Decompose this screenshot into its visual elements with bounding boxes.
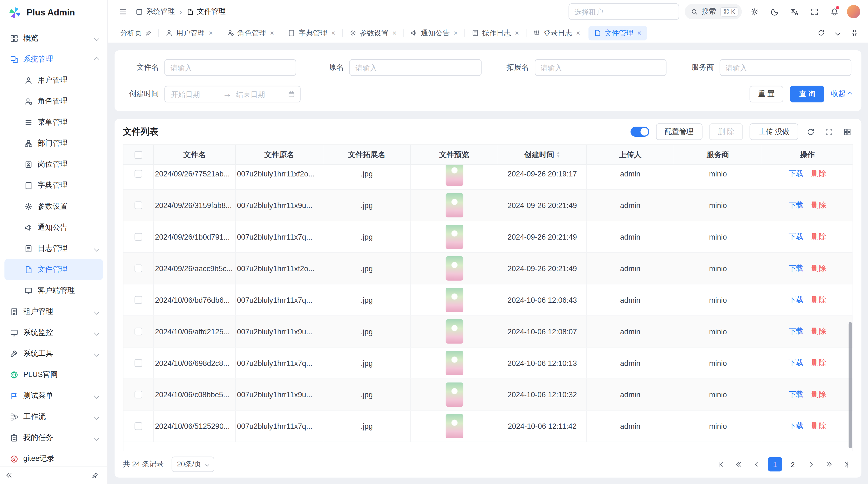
global-search-button[interactable]: 搜索 ⌘ K — [684, 4, 742, 19]
close-icon[interactable] — [637, 29, 641, 37]
sidebar-item-clients[interactable]: 客户端管理 — [0, 280, 107, 301]
sidebar-item-notices[interactable]: 通知公告 — [0, 217, 107, 238]
sidebar-item-gitee[interactable]: gitee记录 — [0, 448, 107, 466]
file-preview-thumbnail[interactable] — [445, 414, 463, 438]
sidebar-item-menus[interactable]: 菜单管理 — [0, 112, 107, 133]
table-scrollbar-thumb[interactable] — [849, 322, 852, 448]
sidebar-item-roles[interactable]: 角色管理 — [0, 91, 107, 112]
refresh-icon[interactable] — [814, 26, 828, 40]
sidebar-item-tenants[interactable]: 租户管理 — [0, 301, 107, 322]
sidebar-item-logs[interactable]: 日志管理 — [0, 238, 107, 259]
next-page-button[interactable] — [803, 457, 817, 472]
delete-link[interactable]: 删除 — [811, 358, 826, 368]
file-preview-thumbnail[interactable] — [445, 351, 463, 375]
settings-gear-icon[interactable] — [747, 4, 762, 19]
sort-icon[interactable] — [556, 151, 560, 158]
download-link[interactable]: 下载 — [789, 200, 804, 210]
close-icon[interactable] — [515, 29, 519, 37]
fullscreen-icon[interactable] — [823, 126, 835, 137]
close-icon[interactable] — [331, 29, 335, 37]
chevron-down-icon[interactable] — [830, 26, 845, 40]
row-checkbox[interactable] — [134, 233, 142, 241]
download-link[interactable]: 下载 — [789, 389, 804, 399]
pin-icon[interactable] — [145, 30, 152, 36]
breadcrumb-system-mgmt[interactable]: 系统管理 — [135, 7, 175, 17]
hamburger-menu-icon[interactable] — [116, 4, 130, 19]
delete-link[interactable]: 删除 — [811, 389, 826, 399]
delete-link[interactable]: 删除 — [811, 232, 826, 242]
delete-link[interactable]: 删除 — [811, 327, 826, 336]
tab-parameters[interactable]: 参数设置 — [344, 26, 402, 40]
sidebar-item-test-menu[interactable]: 测试菜单 — [0, 385, 107, 406]
file-preview-thumbnail[interactable] — [445, 288, 463, 312]
delete-link[interactable]: 删除 — [811, 295, 826, 305]
download-link[interactable]: 下载 — [789, 263, 804, 273]
col-create-time[interactable]: 创建时间 — [498, 145, 587, 164]
pin-icon[interactable] — [90, 470, 100, 481]
row-checkbox[interactable] — [134, 296, 142, 304]
upload-button[interactable]: 上传 没做 — [750, 123, 798, 140]
file-preview-thumbnail[interactable] — [445, 225, 463, 249]
sidebar-item-plus-website[interactable]: PLUS官网 — [0, 364, 107, 385]
sidebar-item-users[interactable]: 用户管理 — [0, 70, 107, 91]
date-range-picker[interactable]: → — [164, 86, 301, 102]
download-link[interactable]: 下载 — [789, 232, 804, 242]
delete-link[interactable]: 删除 — [811, 169, 826, 179]
download-link[interactable]: 下载 — [789, 421, 804, 431]
tenant-select-input[interactable] — [568, 3, 679, 20]
file-preview-thumbnail[interactable] — [445, 256, 463, 281]
tab-roles[interactable]: 角色管理 — [221, 26, 279, 40]
next-5-pages-button[interactable] — [821, 457, 835, 472]
column-settings-icon[interactable] — [841, 126, 853, 137]
sidebar-item-workflow[interactable]: 工作流 — [0, 406, 107, 427]
first-page-button[interactable] — [715, 457, 729, 472]
prev-5-pages-button[interactable] — [732, 457, 747, 472]
file-preview-thumbnail[interactable] — [445, 382, 463, 407]
row-checkbox[interactable] — [134, 391, 142, 398]
close-icon[interactable] — [454, 29, 458, 37]
collapse-filters-link[interactable]: 收起 — [831, 89, 851, 99]
close-icon[interactable] — [576, 29, 580, 37]
row-checkbox[interactable] — [134, 328, 142, 335]
file-preview-thumbnail[interactable] — [445, 193, 463, 218]
prev-page-button[interactable] — [750, 457, 765, 472]
notifications-bell-icon[interactable] — [827, 4, 841, 19]
tab-notices[interactable]: 通知公告 — [405, 26, 463, 40]
original-name-input[interactable] — [349, 59, 481, 76]
sidebar-item-monitoring[interactable]: 系统监控 — [0, 322, 107, 343]
sidebar-item-files[interactable]: 文件管理 — [4, 259, 103, 280]
select-all-checkbox[interactable] — [134, 151, 142, 159]
delete-link[interactable]: 删除 — [811, 263, 826, 273]
config-manage-button[interactable]: 配置管理 — [656, 123, 702, 140]
provider-input[interactable] — [719, 59, 851, 76]
sidebar-item-posts[interactable]: 岗位管理 — [0, 154, 107, 175]
file-preview-thumbnail[interactable] — [445, 165, 463, 186]
dark-mode-moon-icon[interactable] — [767, 4, 782, 19]
file-preview-thumbnail[interactable] — [445, 319, 463, 344]
file-name-input[interactable] — [164, 59, 296, 76]
close-icon[interactable] — [270, 29, 274, 37]
breadcrumb-file-mgmt[interactable]: 文件管理 — [186, 7, 226, 17]
row-checkbox[interactable] — [134, 264, 142, 272]
sidebar-item-overview[interactable]: 概览 — [0, 28, 107, 49]
sidebar-item-system-mgmt[interactable]: 系统管理 — [0, 49, 107, 70]
user-avatar[interactable] — [847, 5, 860, 18]
download-link[interactable]: 下载 — [789, 169, 804, 179]
delete-link[interactable]: 删除 — [811, 421, 826, 431]
tab-analysis[interactable]: 分析页 — [115, 26, 157, 40]
last-page-button[interactable] — [839, 457, 853, 472]
tab-users[interactable]: 用户管理 — [160, 26, 218, 40]
page-1-button[interactable]: 1 — [768, 457, 782, 472]
sidebar-item-departments[interactable]: 部门管理 — [0, 133, 107, 154]
refresh-icon[interactable] — [805, 126, 816, 137]
tab-operation-log[interactable]: 操作日志 — [466, 26, 524, 40]
start-date-input[interactable] — [170, 90, 219, 99]
row-checkbox[interactable] — [134, 201, 142, 209]
end-date-input[interactable] — [235, 90, 284, 99]
download-link[interactable]: 下载 — [789, 295, 804, 305]
tab-dictionary[interactable]: 字典管理 — [282, 26, 341, 40]
tab-files[interactable]: 文件管理 — [589, 26, 647, 40]
sidebar-item-parameters[interactable]: 参数设置 — [0, 196, 107, 217]
app-logo[interactable]: Plus Admin — [0, 0, 107, 26]
sidebar-item-tools[interactable]: 系统工具 — [0, 343, 107, 364]
